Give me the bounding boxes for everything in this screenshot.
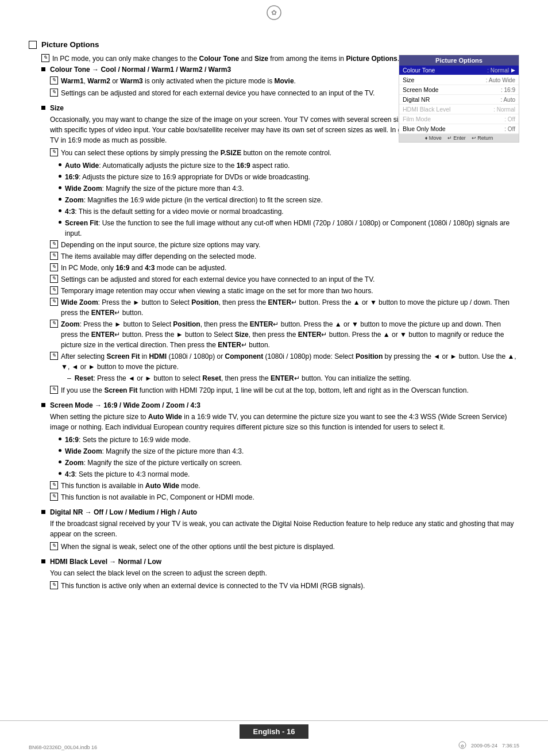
panel-value-hdmi-black: : Normal	[493, 106, 515, 113]
dash-reset: – Reset: Press the ◄ or ► button to sele…	[67, 373, 519, 383]
panel-arrow-colour-tone: ▶	[511, 67, 515, 73]
panel-label-film-mode: Film Mode	[403, 116, 504, 122]
note-icon-settings-stored: ✎	[50, 275, 58, 283]
bullet-size	[41, 106, 45, 110]
content-area: Picture Options Colour Tone : Normal ▶ S…	[29, 40, 519, 591]
panel-label-colour-tone: Colour Tone	[403, 67, 487, 74]
hdmi-black-body: You can select the black level on the sc…	[50, 568, 519, 591]
header-compass-icon: ✿	[266, 5, 282, 21]
dot-auto-wide	[59, 163, 61, 166]
note-items-differ: ✎ The items available may differ dependi…	[50, 251, 519, 262]
size-bullet-list: Auto Wide: Automatically adjusts the pic…	[59, 160, 519, 239]
panel-footer-enter: ↵ Enter	[447, 135, 466, 141]
dot-sm-16-9	[59, 438, 61, 440]
hdmi-black-heading: HDMI Black Level → Normal / Low	[41, 558, 519, 566]
bullet-wide-zoom: Wide Zoom: Magnify the size of the pictu…	[59, 183, 519, 194]
note-wide-zoom-position: ✎ Wide Zoom: Press the ► button to Selec…	[50, 297, 519, 318]
note-pc-mode-16-4: ✎ In PC Mode, only 16:9 and 4:3 mode can…	[50, 263, 519, 273]
footer-date-info: ✿ 2009-05-24 7:36:15	[458, 741, 519, 750]
note-text-signal-weak: When the signal is weak, select one of t…	[61, 542, 335, 552]
panel-row-blue-only[interactable]: Blue Only Mode : Off	[399, 124, 519, 134]
note-icon-items-differ: ✎	[50, 252, 58, 260]
page-container: ✿ Picture Options Colour Tone : Normal ▶…	[0, 0, 548, 756]
bullet-digital-nr	[41, 510, 45, 514]
note-icon-temporary: ✎	[50, 286, 58, 294]
footer-date: 2009-05-24	[471, 743, 497, 749]
page-footer-bar: English - 16	[0, 720, 548, 739]
subsection-hdmi-black: HDMI Black Level → Normal / Low You can …	[41, 558, 519, 591]
note-text-pc-mode-16-4: In PC Mode, only 16:9 and 4:3 mode can b…	[61, 263, 226, 273]
note-settings-stored: ✎ Settings can be adjusted and stored fo…	[50, 274, 519, 285]
note-text-settings-external: Settings can be adjusted and stored for …	[61, 88, 375, 98]
panel-value-size: : Auto Wide	[486, 77, 515, 83]
note-icon-auto-wide-mode: ✎	[50, 481, 58, 489]
bullet-sm-16-9: 16:9: Sets the picture to 16:9 wide mode…	[59, 435, 519, 445]
note-text-not-pc-hdmi: This function is not available in PC, Co…	[61, 492, 254, 502]
panel-label-blue-only: Blue Only Mode	[403, 125, 504, 132]
bullet-auto-wide: Auto Wide: Automatically adjusts the pic…	[59, 160, 519, 171]
bullet-screen-fit: Screen Fit: Use the function to see the …	[59, 218, 519, 239]
dot-zoom	[59, 198, 61, 201]
note-text-pc-mode: In PC mode, you can only make changes to…	[52, 53, 399, 64]
note-text-psize: You can select these options by simply p…	[61, 148, 331, 158]
note-icon-warm: ✎	[50, 76, 58, 85]
screen-mode-list: 16:9: Sets the picture to 16:9 wide mode…	[59, 435, 519, 479]
bullet-16-9: 16:9: Adjusts the picture size to 16:9 a…	[59, 172, 519, 182]
note-temporary-image: ✎ Temporary image retention may occur wh…	[50, 286, 519, 296]
panel-label-hdmi-black: HDMI Black Level	[403, 106, 493, 113]
panel-value-colour-tone: : Normal	[487, 67, 509, 74]
note-not-pc-hdmi: ✎ This function is not available in PC, …	[50, 492, 519, 502]
note-text-hdmi-active: This function is active only when an ext…	[61, 581, 365, 591]
note-icon-pc-mode-16-4: ✎	[50, 263, 58, 271]
note-text-warm: Warm1, Warm2 or Warm3 is only activated …	[61, 76, 296, 86]
bullet-4-3: 4:3: This is the default setting for a v…	[59, 206, 519, 217]
panel-label-digital-nr: Digital NR	[403, 96, 500, 103]
dot-sm-4-3	[59, 472, 61, 475]
digital-nr-body: If the broadcast signal received by your…	[50, 519, 519, 552]
note-text-wide-zoom-position: Wide Zoom: Press the ► button to Select …	[61, 297, 519, 318]
size-body: Occasionally, you may want to change the…	[50, 114, 519, 396]
screen-mode-body: When setting the picture size to Auto Wi…	[50, 412, 519, 502]
dot-16-9	[59, 175, 61, 178]
note-text-temporary: Temporary image retention may occur when…	[61, 286, 373, 296]
size-title: Size	[50, 104, 64, 112]
digital-nr-heading: Digital NR → Off / Low / Medium / High /…	[41, 508, 519, 516]
bullet-hdmi-black	[41, 559, 45, 563]
dash-char-reset: –	[67, 373, 71, 383]
subsection-size: Size Occasionally, you may want to chang…	[41, 104, 519, 396]
panel-row-colour-tone[interactable]: Colour Tone : Normal ▶	[399, 66, 519, 75]
footer-label: English - 16	[240, 724, 309, 739]
dot-sm-wide-zoom	[59, 449, 61, 452]
note-text-auto-wide-mode: This function is available in Auto Wide …	[61, 481, 200, 491]
section-picture-options: Picture Options	[29, 40, 519, 49]
panel-value-film-mode: : Off	[504, 116, 515, 122]
bullet-screen-mode	[41, 403, 45, 407]
panel-row-film-mode[interactable]: Film Mode : Off	[399, 114, 519, 124]
note-hdmi-active: ✎ This function is active only when an e…	[50, 581, 519, 591]
note-icon-screen-fit-hdmi: ✎	[50, 352, 58, 360]
checkbox-icon	[29, 41, 37, 49]
panel-row-hdmi-black[interactable]: HDMI Black Level : Normal	[399, 105, 519, 114]
note-input-source: ✎ Depending on the input source, the pic…	[50, 240, 519, 250]
dot-sm-zoom	[59, 460, 61, 463]
panel-label-screen-mode: Screen Mode	[403, 86, 501, 93]
panel-value-digital-nr: : Auto	[500, 97, 515, 103]
note-signal-weak: ✎ When the signal is weak, select one of…	[50, 542, 519, 552]
note-auto-wide-mode: ✎ This function is available in Auto Wid…	[50, 481, 519, 491]
panel-footer-move: ♦ Move	[425, 135, 442, 141]
note-icon-signal-weak: ✎	[50, 542, 58, 550]
panel-row-size[interactable]: Size : Auto Wide	[399, 75, 519, 85]
note-text-items-differ: The items available may differ depending…	[61, 251, 256, 262]
note-text-settings-stored: Settings can be adjusted and stored for …	[61, 274, 375, 285]
note-icon-screen-fit-720p: ✎	[50, 386, 58, 394]
screen-mode-title: Screen Mode → 16:9 / Wide Zoom / Zoom / …	[50, 401, 200, 409]
panel-title: Picture Options	[399, 55, 519, 66]
panel-row-screen-mode[interactable]: Screen Mode : 16:9	[399, 85, 519, 95]
dot-screen-fit	[59, 221, 61, 224]
note-icon-settings-external: ✎	[50, 89, 58, 97]
panel-row-digital-nr[interactable]: Digital NR : Auto	[399, 95, 519, 105]
panel-value-screen-mode: : 16:9	[501, 87, 515, 93]
svg-text:✿: ✿	[461, 744, 464, 748]
subsection-digital-nr: Digital NR → Off / Low / Medium / High /…	[41, 508, 519, 552]
note-icon-wide-zoom-position: ✎	[50, 298, 58, 306]
